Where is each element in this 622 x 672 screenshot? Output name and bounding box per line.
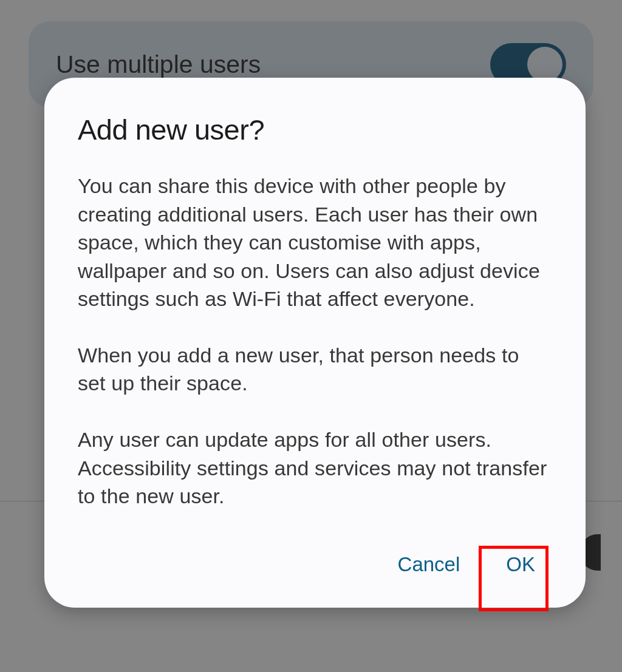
dialog-body: You can share this device with other peo… (78, 172, 552, 511)
ok-button[interactable]: OK (501, 546, 540, 583)
dialog-paragraph: When you add a new user, that person nee… (78, 341, 552, 398)
dialog-title: Add new user? (78, 113, 552, 146)
dialog-paragraph: Any user can update apps for all other u… (78, 426, 552, 511)
add-user-dialog: Add new user? You can share this device … (44, 78, 586, 608)
dialog-actions: Cancel OK (78, 546, 552, 583)
dialog-paragraph: You can share this device with other peo… (78, 172, 552, 313)
cancel-button[interactable]: Cancel (393, 546, 465, 583)
